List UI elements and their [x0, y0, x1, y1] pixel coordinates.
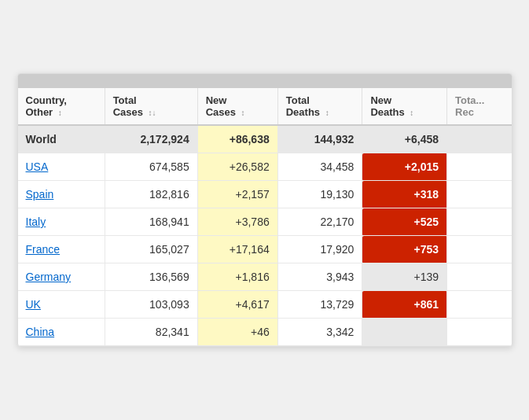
table-row: Germany 136,569 +1,816 3,943 +139: [18, 263, 512, 291]
sort-icon-total-cases[interactable]: ↕↓: [149, 109, 156, 117]
row-total-cases: 82,341: [105, 319, 197, 346]
country-link[interactable]: Spain: [26, 188, 54, 201]
row-country[interactable]: Italy: [18, 208, 105, 236]
row-total-cases: 168,941: [105, 208, 197, 236]
table-row: France 165,027 +17,164 17,920 +753: [18, 236, 512, 263]
th-country[interactable]: Country,Other ↕: [18, 88, 105, 125]
country-link[interactable]: USA: [26, 160, 49, 173]
row-new-cases: +3,786: [197, 208, 277, 236]
row-total-rec: [447, 291, 512, 319]
sort-icon-country[interactable]: ↕: [58, 109, 62, 117]
row-country[interactable]: Germany: [18, 263, 105, 291]
row-new-cases: +46: [197, 319, 277, 346]
table-row: UK 103,093 +4,617 13,729 +861: [18, 291, 512, 319]
row-new-deaths: +753: [362, 236, 447, 263]
row-new-deaths: +318: [362, 181, 447, 208]
row-new-cases: +2,157: [197, 181, 277, 208]
sort-icon-total-deaths[interactable]: ↕: [325, 109, 329, 117]
row-total-rec: [447, 208, 512, 236]
world-row: World 2,172,924 +86,638 144,932 +6,458: [18, 125, 512, 153]
row-new-deaths: +2,015: [362, 153, 447, 181]
table-header-row: Country,Other ↕ TotalCases ↕↓ NewCases ↕…: [18, 88, 512, 125]
row-new-deaths: [362, 319, 447, 346]
world-country: World: [18, 125, 105, 153]
row-total-cases: 103,093: [105, 291, 197, 319]
row-total-deaths: 3,342: [277, 319, 362, 346]
world-total-deaths: 144,932: [277, 125, 362, 153]
row-total-deaths: 3,943: [277, 263, 362, 291]
sort-icon-new-deaths[interactable]: ↕: [410, 109, 413, 117]
th-new-cases[interactable]: NewCases ↕: [197, 88, 277, 125]
country-link[interactable]: Germany: [26, 271, 72, 283]
country-link[interactable]: Italy: [26, 216, 46, 228]
country-link[interactable]: China: [26, 326, 55, 338]
row-total-rec: [447, 263, 512, 291]
row-total-rec: [447, 181, 512, 208]
row-new-cases: +1,816: [197, 263, 277, 291]
row-total-cases: 165,027: [105, 236, 197, 263]
row-new-deaths: +525: [362, 208, 447, 236]
row-total-deaths: 22,170: [277, 208, 362, 236]
th-total-cases[interactable]: TotalCases ↕↓: [105, 88, 197, 125]
row-total-cases: 182,816: [105, 181, 197, 208]
country-link[interactable]: France: [26, 243, 61, 256]
table-row: USA 674,585 +26,582 34,458 +2,015: [18, 153, 512, 181]
top-bar: [18, 74, 512, 88]
row-new-cases: +26,582: [197, 153, 277, 181]
world-new-deaths: +6,458: [362, 125, 447, 153]
row-total-rec: [447, 153, 512, 181]
row-total-cases: 674,585: [105, 153, 197, 181]
row-country[interactable]: France: [18, 236, 105, 263]
table-row: Italy 168,941 +3,786 22,170 +525: [18, 208, 512, 236]
th-new-deaths[interactable]: NewDeaths ↕: [362, 88, 447, 125]
row-new-deaths: +861: [362, 291, 447, 319]
table-row: Spain 182,816 +2,157 19,130 +318: [18, 181, 512, 208]
row-country[interactable]: USA: [18, 153, 105, 181]
row-country[interactable]: Spain: [18, 181, 105, 208]
row-country[interactable]: UK: [18, 291, 105, 319]
covid-table: Country,Other ↕ TotalCases ↕↓ NewCases ↕…: [18, 88, 512, 346]
row-total-cases: 136,569: [105, 263, 197, 291]
world-new-cases: +86,638: [197, 125, 277, 153]
country-link[interactable]: UK: [26, 298, 41, 311]
table-row: China 82,341 +46 3,342: [18, 319, 512, 346]
sort-icon-new-cases[interactable]: ↕: [241, 109, 245, 117]
world-total-cases: 2,172,924: [105, 125, 197, 153]
row-total-rec: [447, 319, 512, 346]
row-country[interactable]: China: [18, 319, 105, 346]
row-total-deaths: 34,458: [277, 153, 362, 181]
th-total-deaths[interactable]: TotalDeaths ↕: [277, 88, 362, 125]
row-total-deaths: 13,729: [277, 291, 362, 319]
th-total-rec[interactable]: Tota...Rec: [447, 88, 512, 125]
row-total-rec: [447, 236, 512, 263]
world-total-rec: [447, 125, 512, 153]
row-new-cases: +17,164: [197, 236, 277, 263]
row-total-deaths: 17,920: [277, 236, 362, 263]
row-new-cases: +4,617: [197, 291, 277, 319]
row-new-deaths: +139: [362, 263, 447, 291]
covid-table-container: Country,Other ↕ TotalCases ↕↓ NewCases ↕…: [17, 73, 512, 347]
row-total-deaths: 19,130: [277, 181, 362, 208]
